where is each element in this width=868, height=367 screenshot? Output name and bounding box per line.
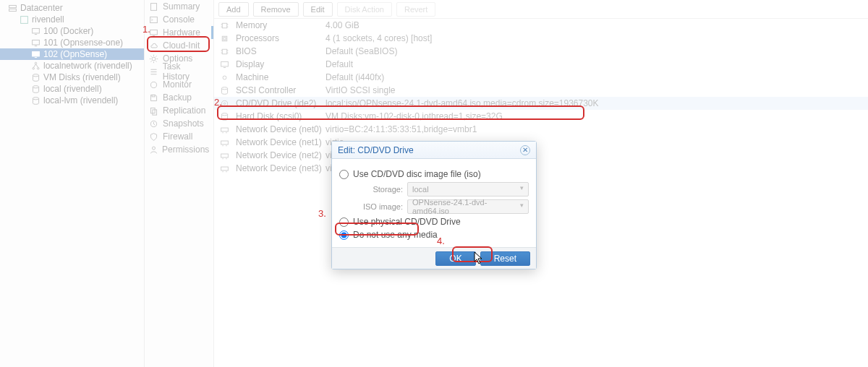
hardware-row[interactable]: CD/DVD Drive (ide2)local:iso/OPNsense-24… [214,97,868,110]
tree-item[interactable]: 100 (Docker) [0,25,144,37]
radio-use-iso[interactable]: Use CD/DVD disc image file (iso) [339,169,529,179]
net-icon [220,138,231,147]
svg-point-28 [152,147,155,150]
svg-point-47 [221,113,227,115]
hw-name: Memory [236,20,326,30]
server-icon [7,3,17,13]
nav-firewall[interactable]: Firewall [145,130,213,143]
hw-value: VirtIO SCSI single [326,85,862,95]
radio-input-physical[interactable] [339,217,349,227]
tree-item[interactable]: 102 (OpnSense) [0,48,144,60]
svg-rect-41 [221,61,229,66]
hw-name: CD/DVD Drive (ide2) [236,98,326,108]
disk-icon [220,86,231,95]
iso-field-row: ISO image: OPNsense-24.1-dvd-amd64.iso [357,199,529,214]
tree-item[interactable]: local-lvm (rivendell) [0,95,144,106]
network-icon [30,61,41,71]
nav-console[interactable]: Console [145,13,213,26]
annotation-2: 2. [214,97,222,108]
hardware-row[interactable]: Memory4.00 GiB [214,19,868,32]
net-icon [220,125,231,134]
svg-rect-15 [150,3,156,10]
nav-cloud-init[interactable]: Cloud-Init [145,39,213,52]
nav-replication[interactable]: Replication [145,104,213,117]
tree-node[interactable]: rivendell [0,14,144,25]
hardware-row[interactable]: Network Device (net0)virtio=BC:24:11:35:… [214,123,868,136]
chip-icon [220,47,231,56]
add-button[interactable]: Add [218,2,249,17]
monitor-icon [30,26,41,36]
tree-label: Datacenter [20,3,63,13]
disk-icon [30,72,41,82]
nav-label: Summary [163,1,200,12]
cpu-icon [220,34,231,43]
ok-button[interactable]: OK [435,251,475,266]
gear-icon [149,54,159,64]
remove-button[interactable]: Remove [253,2,299,17]
hw-value: Default (SeaBIOS) [326,46,862,56]
svg-point-12 [33,74,38,76]
radio-input-nomedia[interactable] [339,230,349,240]
tree-datacenter[interactable]: Datacenter [0,2,144,14]
hw-name: Processors [236,33,326,43]
nav-label: Console [163,14,195,25]
svg-point-9 [35,62,36,64]
tree-label: VM Disks (rivendell) [43,72,121,82]
hardware-row[interactable]: DisplayDefault [214,58,868,71]
revert-button: Revert [396,2,435,17]
close-icon[interactable]: ✕ [520,145,530,155]
radio-use-physical[interactable]: Use physical CD/DVD Drive [339,217,529,227]
tree-item[interactable]: 101 (Opnsense-one) [0,37,144,48]
monitor-icon [220,60,231,69]
hw-name: Network Device (net2) [236,150,326,160]
hw-value: 4 (1 sockets, 4 cores) [host] [326,33,862,43]
nav-backup[interactable]: Backup [145,91,213,104]
nav-label: Cloud-Init [163,40,200,51]
dialog-title-bar[interactable]: Edit: CD/DVD Drive ✕ [332,142,536,159]
hw-value: Default (i440fx) [326,72,862,82]
edit-cd-dvd-dialog: Edit: CD/DVD Drive ✕ Use CD/DVD disc ima… [331,141,537,269]
reset-button[interactable]: Reset [480,251,530,266]
hardware-panel: Add Remove Edit Disk Action Revert Memor… [214,0,868,367]
net-icon [220,164,231,173]
nav-permissions[interactable]: Permissions [145,143,213,156]
hardware-row[interactable]: Hard Disk (scsi0)VM Disks:vm-102-disk-0,… [214,110,868,123]
svg-rect-3 [32,28,39,33]
svg-rect-57 [221,167,229,170]
nav-summary[interactable]: Summary [145,0,213,13]
hardware-row[interactable]: Network Device (net1)virtio [214,136,868,149]
svg-point-19 [152,57,156,61]
svg-rect-35 [224,37,226,39]
nav-label: Permissions [162,144,209,155]
tree-label: rivendell [32,14,64,25]
hardware-row[interactable]: BIOSDefault (SeaBIOS) [214,45,868,58]
tree-item[interactable]: local (rivendell) [0,83,144,95]
tree-label: local (rivendell) [43,84,102,94]
nav-snapshots[interactable]: Snapshots [145,117,213,130]
radio-input-iso[interactable] [339,170,349,179]
gear-icon [220,73,231,82]
hardware-row[interactable]: SCSI ControllerVirtIO SCSI single [214,84,868,97]
radio-no-media[interactable]: Do not use any media [339,230,529,240]
tree-item[interactable]: localnetwork (rivendell) [0,60,144,72]
annotation-3: 3. [318,208,326,219]
tree-item[interactable]: VM Disks (rivendell) [0,72,144,83]
svg-point-13 [33,85,38,87]
hardware-row[interactable]: MachineDefault (i440fx) [214,71,868,84]
hardware-row[interactable]: Processors4 (1 sockets, 4 cores) [host] [214,32,868,45]
storage-label: Storage: [357,185,403,194]
svg-rect-34 [222,36,227,41]
nav-label: Backup [163,92,192,103]
edit-button[interactable]: Edit [303,2,333,17]
nav-task-history[interactable]: Task History [145,65,213,78]
svg-rect-17 [150,30,158,35]
hw-value: 4.00 GiB [326,20,862,30]
history-icon [149,119,159,129]
hardware-row[interactable]: Network Device (net3)virtio [214,162,868,175]
storage-select: local [407,182,529,197]
hardware-row[interactable]: Network Device (net2)virtio [214,149,868,162]
nav-hardware[interactable]: Hardware [145,26,213,39]
disk-icon [30,84,41,94]
monitor-icon [149,28,159,38]
svg-rect-24 [152,95,155,96]
